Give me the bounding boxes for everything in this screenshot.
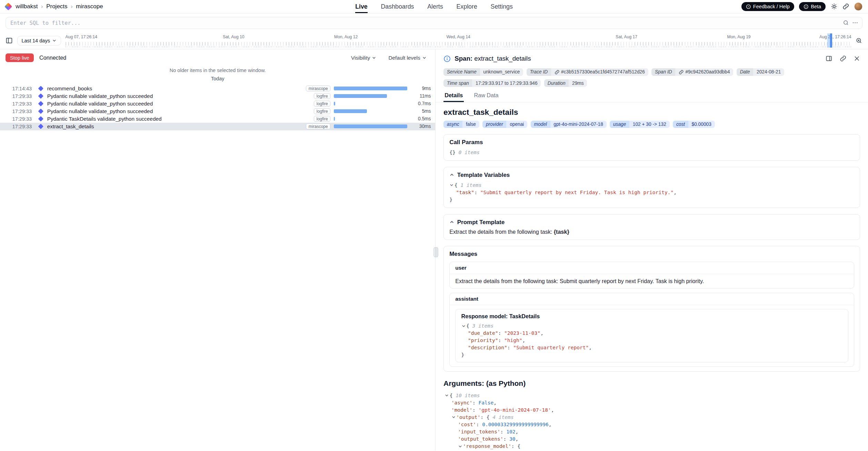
link-icon — [679, 70, 684, 75]
time-range-dropdown[interactable]: Last 14 days — [17, 36, 61, 45]
span-diamond-icon — [38, 101, 43, 106]
prompt-template-card: Prompt Template Extract the details from… — [443, 214, 860, 240]
search-icon[interactable] — [843, 20, 849, 26]
attr-chip-async: asyncfalse — [443, 121, 479, 128]
assistant-message-card: assistant Response model: TaskDetails { … — [449, 293, 854, 367]
share-link-icon[interactable] — [842, 3, 849, 10]
nav-live[interactable]: Live — [355, 0, 368, 13]
messages-card: Messages user Extract the details from t… — [443, 246, 860, 371]
feedback-help-button[interactable]: ? Feedback / Help — [741, 2, 794, 11]
prompt-template-header[interactable]: Prompt Template — [449, 219, 854, 226]
feedback-help-label: Feedback / Help — [753, 4, 790, 9]
collapse-caret-icon[interactable] — [458, 444, 462, 449]
breadcrumb-project[interactable]: mirascope — [76, 3, 103, 10]
visibility-dropdown[interactable]: Visibility — [348, 54, 379, 61]
chevron-right-icon: › — [41, 3, 43, 10]
template-variables-card: Template Variables { 1 items"task": "Sub… — [443, 167, 860, 208]
span-heading: extract_task_details — [443, 108, 860, 117]
meta-chip-span-id: Span ID#9c942620aa93dbb4 — [651, 68, 733, 76]
assistant-message-content: Response model: TaskDetails { 3 items"du… — [450, 305, 854, 367]
timeline-selection[interactable] — [827, 33, 832, 48]
nav-explore[interactable]: Explore — [457, 0, 477, 13]
default-levels-dropdown[interactable]: Default levels — [385, 54, 430, 61]
prompt-template-title: Prompt Template — [457, 219, 505, 226]
call-params-json: {} 0 items — [449, 149, 854, 156]
trace-row[interactable]: 17:29:33Pydantic nullable validate_pytho… — [0, 100, 435, 108]
duration-bar — [334, 102, 408, 106]
more-options-icon[interactable] — [852, 20, 858, 26]
row-name: Pydantic nullable validate_python succee… — [47, 101, 311, 107]
timeline-ruler — [66, 42, 851, 46]
topbar-left: willbakst › Projects › mirascope — [6, 3, 151, 10]
visibility-label: Visibility — [351, 55, 370, 61]
info-circle-icon — [804, 4, 809, 9]
expand-panel-icon[interactable] — [826, 55, 832, 62]
meta-chip-duration: Duration29ms — [544, 79, 587, 87]
close-icon[interactable] — [854, 55, 860, 62]
row-time: 17:14:43 — [12, 86, 35, 91]
sidebar-toggle-icon[interactable] — [6, 37, 13, 44]
chevron-down-icon — [422, 56, 427, 60]
stop-live-button[interactable]: Stop live — [6, 53, 34, 62]
timeline-axis[interactable]: Aug 07, 17:26:14Sat, Aug 10Mon, Aug 12We… — [66, 32, 851, 49]
row-scope-tag: logfire — [314, 93, 330, 99]
collapse-caret-icon[interactable] — [461, 324, 466, 328]
collapse-caret-icon[interactable] — [449, 183, 454, 187]
span-header-actions — [826, 55, 860, 62]
chevron-right-icon: › — [71, 3, 72, 10]
beta-label: Beta — [811, 4, 821, 9]
live-trace-panel: Stop live Connected Visibility Default l… — [0, 49, 436, 451]
tab-details[interactable]: Details — [443, 89, 464, 102]
nav-dashboards[interactable]: Dashboards — [381, 0, 414, 13]
info-icon — [443, 55, 451, 62]
row-time: 17:29:33 — [12, 93, 35, 99]
nav-settings[interactable]: Settings — [491, 0, 513, 13]
question-circle-icon: ? — [746, 4, 751, 9]
logfire-logo-icon[interactable] — [4, 2, 12, 10]
collapse-caret-icon[interactable] — [451, 415, 456, 419]
breadcrumb-org[interactable]: willbakst — [16, 3, 38, 10]
attr-chip-model: modelgpt-4o-mini-2024-07-18 — [531, 121, 607, 128]
row-duration: 9ms — [411, 86, 431, 91]
row-name: recommend_books — [47, 86, 303, 92]
no-older-items-notice: No older items in the selected time wind… — [0, 65, 435, 74]
theme-toggle-icon[interactable] — [831, 3, 837, 10]
template-variables-header[interactable]: Template Variables — [449, 172, 854, 179]
duration-bar — [334, 109, 408, 113]
duration-bar — [334, 124, 408, 128]
link-icon — [555, 70, 560, 75]
span-title: Span: extract_task_details — [455, 55, 531, 62]
timeline-tick-label: Sat, Aug 17 — [616, 34, 637, 39]
trace-row[interactable]: 17:29:33Pydantic nullable validate_pytho… — [0, 108, 435, 115]
meta-chip-time-span: Time span17:29:33.917 to 17:29:33.946 — [443, 79, 541, 87]
chevron-up-icon — [449, 172, 455, 178]
messages-title: Messages — [449, 251, 854, 258]
trace-row[interactable]: 17:29:33Pydantic nullable validate_pytho… — [0, 92, 435, 100]
panel-resize-handle[interactable] — [433, 247, 439, 257]
call-params-card: Call Params {} 0 items — [443, 134, 860, 161]
span-diamond-icon — [38, 116, 43, 121]
row-scope-tag: mirascope — [306, 123, 330, 130]
avatar[interactable] — [854, 2, 862, 11]
top-bar: willbakst › Projects › mirascope LiveDas… — [0, 0, 868, 13]
collapse-caret-icon[interactable] — [445, 393, 449, 398]
timeline-tick-label: Aug 07, 17:26:14 — [66, 34, 97, 39]
tab-raw-data[interactable]: Raw Data — [473, 89, 499, 102]
span-title-value: extract_task_details — [474, 55, 531, 62]
row-name: Pydantic nullable validate_python succee… — [47, 93, 311, 99]
trace-row[interactable]: 17:29:33Pydantic TaskDetails validate_py… — [0, 115, 435, 123]
breadcrumb-projects[interactable]: Projects — [46, 3, 67, 10]
nav-alerts[interactable]: Alerts — [427, 0, 443, 13]
svg-text:?: ? — [748, 5, 749, 8]
copy-link-icon[interactable] — [840, 55, 846, 62]
attr-chip-cost: cost$0.00003 — [673, 121, 715, 128]
span-diamond-icon — [38, 86, 43, 91]
trace-row[interactable]: 17:29:33extract_task_detailsmirascope30m… — [0, 123, 435, 130]
prompt-template-text: Extract the details from the following t… — [449, 229, 854, 235]
span-detail-panel[interactable]: Span: extract_task_details Service Nameu… — [436, 49, 868, 451]
beta-button[interactable]: Beta — [799, 2, 826, 11]
sql-filter-input[interactable] — [6, 17, 862, 29]
zoom-in-icon[interactable] — [856, 37, 862, 44]
timeline-tick-label: Wed, Aug 14 — [446, 34, 470, 39]
trace-row[interactable]: 17:14:43recommend_booksmirascope9ms — [0, 85, 435, 92]
